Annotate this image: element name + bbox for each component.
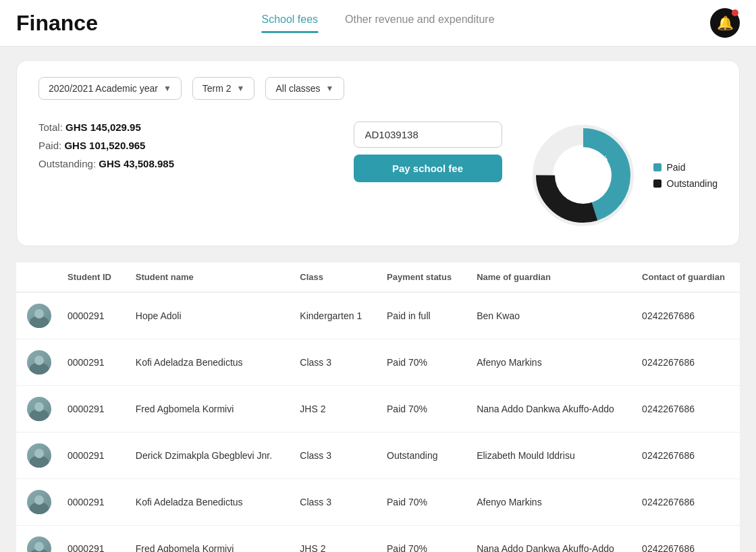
guardian-contact: 0242267686 bbox=[631, 433, 740, 479]
students-table: Student ID Student name Class Payment st… bbox=[16, 263, 740, 552]
guardian-contact: 0242267686 bbox=[631, 526, 740, 553]
chevron-down-icon: ▼ bbox=[237, 84, 245, 93]
student-name: Kofi Adeladza Benedictus bbox=[125, 339, 290, 386]
col-avatar bbox=[16, 263, 57, 292]
class-label: All classes bbox=[275, 83, 320, 94]
notification-dot bbox=[732, 9, 738, 16]
payment-status: Paid 70% bbox=[376, 339, 466, 386]
avatar-cell bbox=[16, 339, 57, 386]
table-row[interactable]: 0000291 Kofi Adeladza Benedictus Class 3… bbox=[16, 479, 740, 526]
chart-area: 70% 30% Paid Outstanding bbox=[529, 121, 718, 229]
total-value: GHS 145,029.95 bbox=[65, 121, 141, 133]
guardian-name: Nana Addo Dankwa Akuffo-Addo bbox=[466, 386, 631, 433]
payment-status: Outstanding bbox=[376, 433, 466, 479]
student-class: Class 3 bbox=[289, 479, 376, 526]
bell-icon: 🔔 bbox=[717, 15, 734, 31]
paid-legend-label: Paid bbox=[667, 162, 686, 173]
donut-chart: 70% 30% bbox=[529, 121, 637, 229]
col-class: Class bbox=[289, 263, 376, 292]
academic-year-label: 2020/2021 Academic year bbox=[49, 83, 158, 94]
term-filter[interactable]: Term 2 ▼ bbox=[192, 77, 255, 100]
guardian-name: Ben Kwao bbox=[466, 292, 631, 339]
avatar bbox=[27, 490, 51, 514]
avatar-cell bbox=[16, 292, 57, 339]
total-stat: Total: GHS 145,029.95 bbox=[38, 121, 300, 133]
outstanding-legend-dot bbox=[653, 180, 662, 188]
guardian-name: Afenyo Markins bbox=[466, 479, 631, 526]
summary-stats: Total: GHS 145,029.95 Paid: GHS 101,520.… bbox=[38, 121, 300, 176]
notification-button[interactable]: 🔔 bbox=[710, 8, 740, 38]
outstanding-value: GHS 43,508.985 bbox=[99, 158, 174, 169]
col-student-name: Student name bbox=[125, 263, 290, 292]
avatar bbox=[27, 443, 51, 468]
col-student-id: Student ID bbox=[57, 263, 125, 292]
student-id: 0000291 bbox=[57, 386, 125, 433]
table-body: 0000291 Hope Adoli Kindergarten 1 Paid i… bbox=[16, 292, 740, 552]
svg-text:70%: 70% bbox=[568, 171, 586, 181]
header: Finance School fees Other revenue and ex… bbox=[0, 0, 756, 47]
student-name: Hope Adoli bbox=[125, 292, 290, 339]
student-class: Class 3 bbox=[289, 433, 376, 479]
col-guardian-contact: Contact of guardian bbox=[631, 263, 740, 292]
class-filter[interactable]: All classes ▼ bbox=[265, 77, 344, 100]
tab-school-fees[interactable]: School fees bbox=[261, 13, 318, 33]
avatar bbox=[27, 536, 51, 552]
table-row[interactable]: 0000291 Kofi Adeladza Benedictus Class 3… bbox=[16, 339, 740, 386]
guardian-contact: 0242267686 bbox=[631, 386, 740, 433]
svg-text:30%: 30% bbox=[591, 155, 608, 164]
avatar-cell bbox=[16, 526, 57, 553]
payment-input-area: AD1039138 Pay school fee bbox=[354, 121, 502, 182]
paid-stat: Paid: GHS 101,520.965 bbox=[38, 140, 300, 151]
student-id: 0000291 bbox=[57, 433, 125, 479]
tab-other-revenue[interactable]: Other revenue and expenditure bbox=[345, 13, 494, 33]
student-name: Derick Dzimakpla Gbegblevi Jnr. bbox=[125, 433, 290, 479]
outstanding-legend-label: Outstanding bbox=[667, 178, 718, 189]
student-class: JHS 2 bbox=[289, 386, 376, 433]
table-row[interactable]: 0000291 Fred Agbomela Kormivi JHS 2 Paid… bbox=[16, 526, 740, 553]
payment-status: Paid in full bbox=[376, 292, 466, 339]
guardian-contact: 0242267686 bbox=[631, 479, 740, 526]
paid-value: GHS 101,520.965 bbox=[64, 140, 145, 151]
avatar bbox=[27, 304, 51, 328]
student-class: Class 3 bbox=[289, 339, 376, 386]
guardian-name: Nana Addo Dankwa Akuffo-Addo bbox=[466, 526, 631, 553]
table-row[interactable]: 0000291 Hope Adoli Kindergarten 1 Paid i… bbox=[16, 292, 740, 339]
outstanding-stat: Outstanding: GHS 43,508.985 bbox=[38, 158, 300, 169]
avatar bbox=[27, 397, 51, 421]
student-id: 0000291 bbox=[57, 479, 125, 526]
payment-status: Paid 70% bbox=[376, 479, 466, 526]
chevron-down-icon: ▼ bbox=[163, 84, 171, 93]
table-row[interactable]: 0000291 Fred Agbomela Kormivi JHS 2 Paid… bbox=[16, 386, 740, 433]
paid-legend: Paid bbox=[653, 162, 718, 173]
payment-status: Paid 70% bbox=[376, 386, 466, 433]
chart-legend: Paid Outstanding bbox=[653, 162, 718, 189]
summary-card: 2020/2021 Academic year ▼ Term 2 ▼ All c… bbox=[16, 60, 740, 246]
summary-content: Total: GHS 145,029.95 Paid: GHS 101,520.… bbox=[38, 121, 718, 229]
paid-legend-dot bbox=[653, 163, 662, 171]
main-content: 2020/2021 Academic year ▼ Term 2 ▼ All c… bbox=[0, 47, 756, 552]
guardian-contact: 0242267686 bbox=[631, 339, 740, 386]
student-id: 0000291 bbox=[57, 339, 125, 386]
outstanding-legend: Outstanding bbox=[653, 178, 718, 189]
table-header: Student ID Student name Class Payment st… bbox=[16, 263, 740, 292]
avatar-cell bbox=[16, 479, 57, 526]
pay-school-fee-button[interactable]: Pay school fee bbox=[354, 155, 502, 182]
payment-id-input[interactable]: AD1039138 bbox=[354, 121, 502, 148]
guardian-name: Elizabeth Mould Iddrisu bbox=[466, 433, 631, 479]
student-name: Kofi Adeladza Benedictus bbox=[125, 479, 290, 526]
student-name: Fred Agbomela Kormivi bbox=[125, 526, 290, 553]
chevron-down-icon: ▼ bbox=[326, 84, 334, 93]
academic-year-filter[interactable]: 2020/2021 Academic year ▼ bbox=[38, 77, 182, 100]
filters-row: 2020/2021 Academic year ▼ Term 2 ▼ All c… bbox=[38, 77, 718, 100]
col-guardian-name: Name of guardian bbox=[466, 263, 631, 292]
student-name: Fred Agbomela Kormivi bbox=[125, 386, 290, 433]
col-payment-status: Payment status bbox=[376, 263, 466, 292]
student-id: 0000291 bbox=[57, 526, 125, 553]
page-title: Finance bbox=[16, 11, 98, 36]
avatar-cell bbox=[16, 386, 57, 433]
avatar bbox=[27, 350, 51, 375]
payment-status: Paid 70% bbox=[376, 526, 466, 553]
student-class: JHS 2 bbox=[289, 526, 376, 553]
student-class: Kindergarten 1 bbox=[289, 292, 376, 339]
table-row[interactable]: 0000291 Derick Dzimakpla Gbegblevi Jnr. … bbox=[16, 433, 740, 479]
